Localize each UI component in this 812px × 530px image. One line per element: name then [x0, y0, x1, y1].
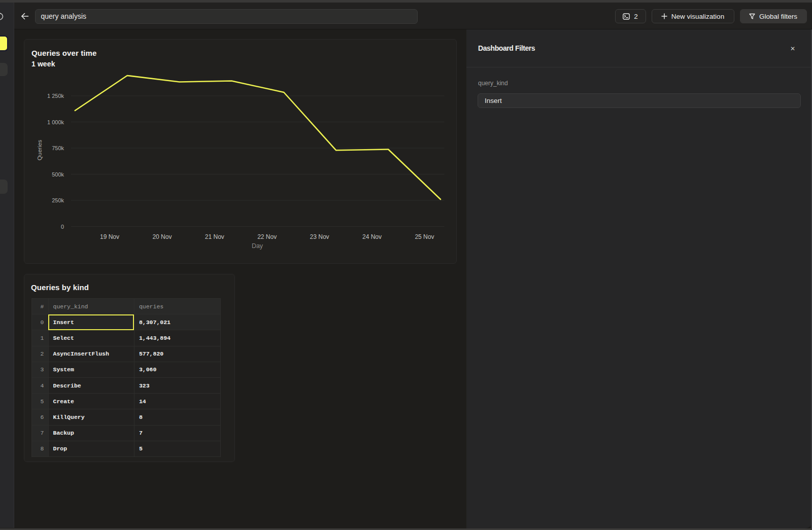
svg-text:25 Nov: 25 Nov: [415, 233, 434, 240]
svg-text:1 000k: 1 000k: [47, 119, 64, 125]
svg-text:1 250k: 1 250k: [47, 93, 64, 99]
svg-text:Day: Day: [252, 242, 263, 250]
svg-text:750k: 750k: [52, 145, 64, 151]
svg-text:Queries: Queries: [37, 140, 43, 161]
svg-text:500k: 500k: [52, 171, 64, 178]
svg-text:22 Nov: 22 Nov: [257, 233, 277, 240]
svg-text:23 Nov: 23 Nov: [310, 233, 329, 240]
svg-text:19 Nov: 19 Nov: [100, 233, 119, 240]
svg-text:20 Nov: 20 Nov: [152, 233, 172, 240]
svg-text:250k: 250k: [52, 197, 64, 203]
svg-text:24 Nov: 24 Nov: [362, 233, 382, 240]
svg-text:21 Nov: 21 Nov: [205, 233, 224, 240]
svg-text:0: 0: [61, 224, 64, 230]
